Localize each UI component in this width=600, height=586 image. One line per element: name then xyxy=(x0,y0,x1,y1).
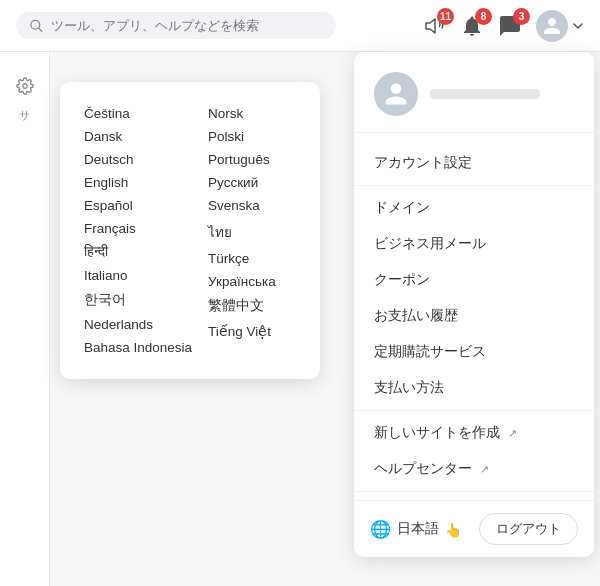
current-language-label: 日本語 xyxy=(397,520,439,538)
main-content: サ ČeštinaDanskDeutschEnglishEspañolFranç… xyxy=(0,52,600,586)
language-item[interactable]: Türkçe xyxy=(208,247,296,270)
language-item[interactable]: Русский xyxy=(208,171,296,194)
external-link-icon: ↗ xyxy=(508,427,517,440)
notifications-icon-btn[interactable]: 11 xyxy=(422,14,446,38)
profile-section-account: アカウント設定 xyxy=(354,141,594,186)
language-item[interactable]: Polski xyxy=(208,125,296,148)
profile-dropdown: アカウント設定 ドメイン ビジネス用メール クーポン お支払い履歴 xyxy=(354,52,594,557)
language-item[interactable]: Français xyxy=(84,217,192,240)
sidebar: サ xyxy=(0,52,50,586)
language-item[interactable]: Українська xyxy=(208,270,296,293)
language-selector-button[interactable]: 🌐 日本語 👆 xyxy=(370,519,462,540)
profile-section-links: 新しいサイトを作成 ↗ ヘルプセンター ↗ xyxy=(354,411,594,492)
page-content: ČeštinaDanskDeutschEnglishEspañolFrançai… xyxy=(50,52,600,586)
subscription-item[interactable]: 定期購読サービス xyxy=(354,334,594,370)
language-item[interactable]: Português xyxy=(208,148,296,171)
lang-col2: NorskPolskiPortuguêsРусскийSvenskaไทยTür… xyxy=(208,102,296,359)
language-item[interactable]: English xyxy=(84,171,192,194)
language-item[interactable]: Čeština xyxy=(84,102,192,125)
language-item[interactable]: Italiano xyxy=(84,264,192,287)
profile-name-placeholder xyxy=(430,89,540,99)
logout-button[interactable]: ログアウト xyxy=(479,513,578,545)
globe-icon: 🌐 xyxy=(370,519,391,540)
avatar-button[interactable] xyxy=(536,10,584,42)
language-item[interactable]: Dansk xyxy=(84,125,192,148)
sidebar-settings-item[interactable] xyxy=(7,68,43,104)
profile-avatar xyxy=(374,72,418,116)
external-link-icon-2: ↗ xyxy=(480,463,489,476)
alerts-icon-btn[interactable]: 8 xyxy=(460,14,484,38)
chevron-down-icon xyxy=(572,20,584,32)
messages-badge: 3 xyxy=(513,8,530,25)
topbar: 11 8 3 xyxy=(0,0,600,52)
notifications-badge: 11 xyxy=(437,8,454,25)
search-icon xyxy=(30,19,43,33)
profile-person-icon xyxy=(383,81,409,107)
avatar xyxy=(536,10,568,42)
svg-point-2 xyxy=(22,84,27,89)
language-item[interactable]: Español xyxy=(84,194,192,217)
search-bar[interactable] xyxy=(16,12,336,39)
language-item[interactable]: 繁體中文 xyxy=(208,293,296,319)
domain-item[interactable]: ドメイン xyxy=(354,190,594,226)
topbar-icons: 11 8 3 xyxy=(422,10,584,42)
language-dropdown: ČeštinaDanskDeutschEnglishEspañolFrançai… xyxy=(60,82,320,379)
new-site-item[interactable]: 新しいサイトを作成 ↗ xyxy=(354,415,594,451)
profile-header xyxy=(354,52,594,133)
language-item[interactable]: Bahasa Indonesia xyxy=(84,336,192,359)
language-item[interactable]: ไทย xyxy=(208,217,296,247)
alerts-badge: 8 xyxy=(475,8,492,25)
account-settings-item[interactable]: アカウント設定 xyxy=(354,145,594,181)
language-item[interactable]: Nederlands xyxy=(84,313,192,336)
profile-footer: 🌐 日本語 👆 ログアウト xyxy=(354,500,594,557)
language-item[interactable]: Deutsch xyxy=(84,148,192,171)
payment-method-item[interactable]: 支払い方法 xyxy=(354,370,594,406)
gear-icon xyxy=(16,77,34,95)
business-mail-item[interactable]: ビジネス用メール xyxy=(354,226,594,262)
language-item[interactable]: Norsk xyxy=(208,102,296,125)
coupon-item[interactable]: クーポン xyxy=(354,262,594,298)
profile-section-services: ドメイン ビジネス用メール クーポン お支払い履歴 定期購読サービス xyxy=(354,186,594,411)
language-grid: ČeštinaDanskDeutschEnglishEspañolFrançai… xyxy=(84,102,296,359)
svg-line-1 xyxy=(39,28,42,31)
language-item[interactable]: 한국어 xyxy=(84,287,192,313)
language-item[interactable]: Tiếng Việt xyxy=(208,319,296,343)
cursor-icon: 👆 xyxy=(445,522,462,538)
language-item[interactable]: हिन्दी xyxy=(84,240,192,264)
lang-col1: ČeštinaDanskDeutschEnglishEspañolFrançai… xyxy=(84,102,192,359)
profile-menu: アカウント設定 ドメイン ビジネス用メール クーポン お支払い履歴 xyxy=(354,133,594,500)
search-input[interactable] xyxy=(51,18,322,33)
payment-history-item[interactable]: お支払い履歴 xyxy=(354,298,594,334)
messages-icon-btn[interactable]: 3 xyxy=(498,14,522,38)
person-icon xyxy=(542,16,562,36)
language-item[interactable]: Svenska xyxy=(208,194,296,217)
sidebar-label: サ xyxy=(19,108,30,123)
help-center-item[interactable]: ヘルプセンター ↗ xyxy=(354,451,594,487)
